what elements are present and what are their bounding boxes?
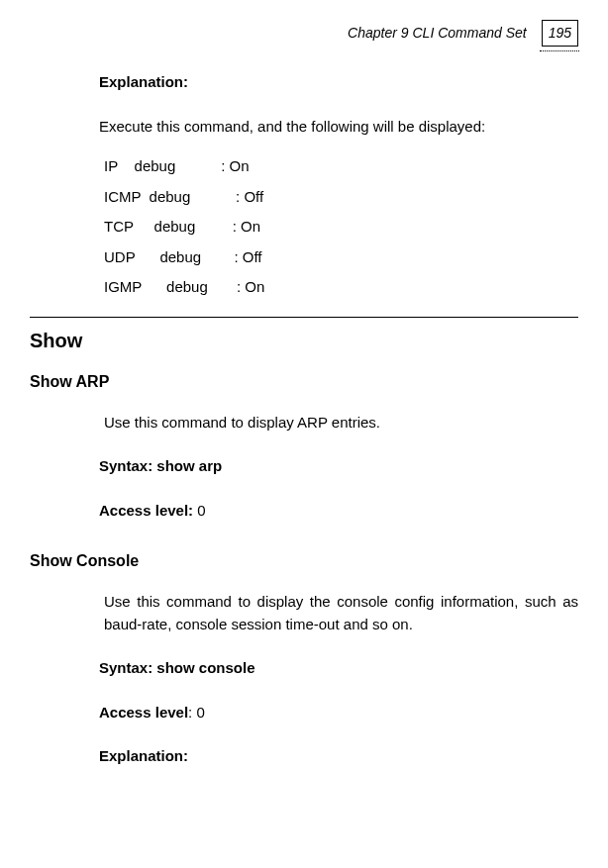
show-arp-syntax: Syntax: show arp — [99, 455, 578, 478]
debug-row-tcp: TCP debug : On — [104, 216, 578, 239]
show-arp-access: Access level: 0 — [99, 500, 578, 523]
show-console-access-label: Access level — [99, 704, 188, 721]
show-arp-access-label: Access level: — [99, 502, 197, 519]
page-number: 195 — [549, 25, 571, 41]
show-arp-heading: Show ARP — [30, 370, 578, 394]
section-divider — [30, 317, 578, 318]
show-console-explanation-label: Explanation: — [99, 745, 578, 768]
show-console-syntax: Syntax: show console — [99, 657, 578, 680]
chapter-title: Chapter 9 CLI Command Set — [348, 23, 527, 44]
debug-row-igmp: IGMP debug : On — [104, 276, 578, 299]
show-arp-desc: Use this command to display ARP entries. — [104, 412, 578, 434]
debug-row-udp: UDP debug : Off — [104, 246, 578, 269]
debug-output: IP debug : On ICMP debug : Off TCP debug… — [104, 155, 578, 299]
show-console-access-value: : 0 — [188, 704, 205, 721]
explanation-text: Execute this command, and the following … — [99, 116, 578, 139]
page-header: Chapter 9 CLI Command Set 195 — [30, 20, 578, 47]
debug-row-ip: IP debug : On — [104, 155, 578, 178]
explanation-label: Explanation: — [99, 71, 578, 94]
show-heading: Show — [30, 326, 578, 355]
show-console-heading: Show Console — [30, 549, 578, 573]
show-console-desc: Use this command to display the console … — [104, 591, 578, 635]
debug-row-icmp: ICMP debug : Off — [104, 186, 578, 209]
show-console-access: Access level: 0 — [99, 702, 578, 724]
page-number-box: 195 — [542, 20, 578, 47]
show-arp-access-value: 0 — [197, 502, 205, 519]
